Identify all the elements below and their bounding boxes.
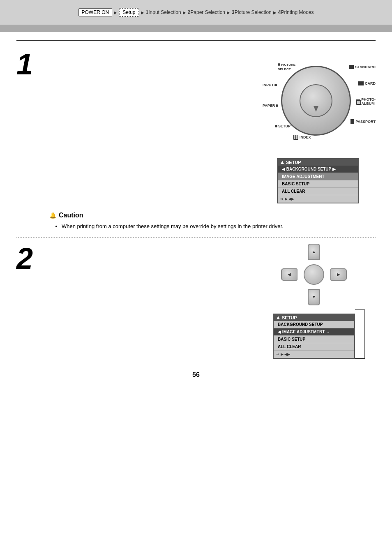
menu-item-image-1[interactable]: IMAGE ADJUSTMENT (278, 173, 358, 180)
section-1-right: PICTURESELECT INPUT PAPER SETUP STANDARD… (261, 49, 376, 203)
menu-item-image-2[interactable]: ◀ IMAGE ADJUSTMENT → (274, 328, 354, 336)
picture-select-label: PICTURESELECT (278, 62, 295, 72)
dpad-down[interactable]: ▼ (308, 289, 320, 305)
divider-bar (0, 25, 392, 32)
dial-diagram: PICTURESELECT INPUT PAPER SETUP STANDARD… (261, 53, 376, 152)
section-2-row: 2 ▲ ◀ ▶ ▼ SETUP BACKGROUND SETUP (16, 244, 376, 359)
setup-screen-2: SETUP BACKGROUND SETUP ◀ IMAGE ADJUSTMEN… (273, 314, 355, 359)
setup-footer-2: ⇒ ▶ ◀▶ (274, 351, 354, 358)
svg-rect-1 (357, 101, 360, 104)
menu-item-background-1[interactable]: ◀ BACKGROUND SETUP ▶ (278, 166, 358, 173)
breadcrumb-steps: POWER ON ▶ Setup ▶ 1Input Selection ▶ 2P… (78, 8, 314, 17)
bracket-bottom (355, 358, 365, 359)
menu-item-basic-2[interactable]: BASIC SETUP (274, 336, 354, 343)
dial-pointer (314, 106, 318, 112)
svg-rect-3 (294, 135, 295, 137)
dpad-diagram: ▲ ◀ ▶ ▼ (281, 244, 347, 305)
dial-inner-circle (300, 84, 332, 117)
bracket-top (355, 309, 365, 310)
arrow-3: ▶ (183, 10, 186, 15)
setup-title-text-2: SETUP (282, 315, 297, 320)
setup-screen-1: SETUP ◀ BACKGROUND SETUP ▶ IMAGE ADJUSTM… (277, 158, 359, 203)
photo-album-mode-label: PHOTO-ALBUM (356, 98, 376, 106)
power-on-label: POWER ON (78, 8, 113, 16)
setup-title-1: SETUP (278, 159, 358, 166)
dotted-divider (16, 237, 376, 238)
page-number: 56 (16, 371, 376, 387)
step3-label: 3Picture Selection (232, 9, 272, 15)
setup-label-dial: SETUP (275, 124, 291, 128)
arrow-1: ▶ (114, 10, 117, 15)
section-1-number: 1 (16, 49, 49, 79)
step-printing-modes: 4Printing Modes (278, 9, 314, 15)
step2-label: 2Paper Selection (188, 9, 225, 15)
standard-mode-label: STANDARD (349, 65, 376, 69)
passport-mode-label: PASSPORT (350, 119, 376, 124)
input-label: INPUT (263, 83, 278, 87)
dpad-up[interactable]: ▲ (308, 244, 320, 260)
caution-text: When printing from a computer these sett… (55, 222, 376, 231)
section-2-right: ▲ ◀ ▶ ▼ SETUP BACKGROUND SETUP ◀ (252, 244, 376, 359)
step-setup: Setup (119, 8, 139, 17)
arrow-5: ▶ (273, 10, 277, 15)
main-content: 1 PICTURESELECT INPUT PAPER (0, 32, 392, 395)
caution-section: 🔔 Caution When printing from a computer … (49, 212, 376, 231)
arrow-4: ▶ (227, 10, 230, 15)
top-navigation-bar: POWER ON ▶ Setup ▶ 1Input Selection ▶ 2P… (0, 0, 392, 25)
dial-circle (281, 66, 351, 136)
step1-label: 1Input Selection (146, 9, 181, 15)
caution-bullet: When printing from a computer these sett… (62, 222, 376, 231)
step-input-selection: 1Input Selection (146, 9, 181, 15)
svg-rect-6 (296, 137, 297, 139)
arrow-2: ▶ (141, 10, 144, 15)
menu-item-background-2[interactable]: BACKGROUND SETUP (274, 321, 354, 328)
step-picture-selection: 3Picture Selection (232, 9, 272, 15)
svg-marker-8 (277, 316, 280, 319)
menu-item-basic-1[interactable]: BASIC SETUP (278, 180, 358, 188)
setup-title-2: SETUP (274, 314, 354, 321)
caution-title-text: Caution (59, 212, 83, 219)
setup-screen-2-container: SETUP BACKGROUND SETUP ◀ IMAGE ADJUSTMEN… (273, 309, 355, 359)
section-1-row: 1 PICTURESELECT INPUT PAPER (16, 49, 376, 203)
caution-icon: 🔔 (49, 212, 56, 219)
menu-item-all-clear-1[interactable]: ALL CLEAR (278, 188, 358, 195)
svg-rect-5 (294, 137, 295, 139)
bracket-line (364, 309, 365, 359)
section-2-number: 2 (16, 244, 49, 273)
caution-title: 🔔 Caution (49, 212, 376, 219)
step4-label: 4Printing Modes (278, 9, 314, 15)
step-paper-selection: 2Paper Selection (188, 9, 225, 15)
svg-rect-4 (296, 135, 297, 137)
setup-footer-1: ⇒ ▶ ◀▶ (278, 195, 358, 203)
dpad-left[interactable]: ◀ (281, 268, 297, 281)
index-mode-label: INDEX (293, 135, 311, 140)
top-rule (16, 40, 376, 41)
dpad-right[interactable]: ▶ (330, 268, 347, 281)
dpad-center[interactable] (304, 264, 324, 285)
step-power-on: POWER ON (78, 8, 113, 16)
svg-marker-7 (281, 161, 284, 164)
setup-title-text-1: SETUP (286, 160, 301, 165)
paper-label: PAPER (263, 104, 279, 108)
card-mode-label: CARD (358, 81, 376, 85)
setup-label: Setup (119, 8, 139, 17)
menu-item-all-clear-2[interactable]: ALL CLEAR (274, 343, 354, 351)
